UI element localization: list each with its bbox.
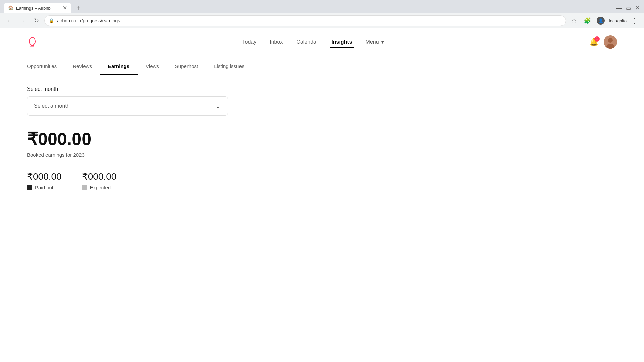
bookmark-button[interactable]: ☆ <box>569 15 579 26</box>
top-nav: Today Inbox Calendar Insights Menu ▼ 🔔 1 <box>0 28 644 55</box>
tab-favicon: 🏠 <box>8 5 13 11</box>
airbnb-logo <box>27 37 38 47</box>
notification-badge: 1 <box>594 36 600 42</box>
total-earnings-amount: ₹000.00 <box>27 129 617 149</box>
subnav-views[interactable]: Views <box>138 58 167 75</box>
month-select-dropdown[interactable]: Select a month ⌄ <box>27 96 228 116</box>
notifications-button[interactable]: 🔔 1 <box>589 38 598 46</box>
new-tab-button[interactable]: + <box>74 3 83 13</box>
lock-icon: 🔒 <box>49 18 54 23</box>
tab-title: Earnings – Airbnb <box>16 6 60 11</box>
subnav-reviews[interactable]: Reviews <box>65 58 100 75</box>
logo[interactable] <box>27 37 38 47</box>
earnings-breakdown: ₹000.00 Paid out ₹000.00 Expected <box>27 171 617 190</box>
subnav-opportunities[interactable]: Opportunities <box>27 58 65 75</box>
browser-actions: ☆ 🧩 👤 Incognito ⋮ <box>569 15 640 26</box>
nav-right: 🔔 1 <box>589 35 617 49</box>
browser-titlebar: 🏠 Earnings – Airbnb ✕ + — ▭ ✕ <box>0 0 644 13</box>
profile-button[interactable]: 👤 <box>595 15 606 26</box>
app: Today Inbox Calendar Insights Menu ▼ 🔔 1 <box>0 28 644 362</box>
extension-button[interactable]: 🧩 <box>582 15 593 26</box>
subnav-earnings[interactable]: Earnings <box>100 58 138 75</box>
reload-button[interactable]: ↻ <box>31 15 42 26</box>
browser-chrome: 🏠 Earnings – Airbnb ✕ + — ▭ ✕ ← → ↻ 🔒 ai… <box>0 0 644 28</box>
nav-inbox[interactable]: Inbox <box>268 36 284 48</box>
window-close[interactable]: ✕ <box>635 4 640 12</box>
paid-out-amount: ₹000.00 <box>27 171 62 182</box>
nav-calendar[interactable]: Calendar <box>295 36 319 48</box>
tab-close-button[interactable]: ✕ <box>63 5 67 11</box>
main-content: Select month Select a month ⌄ ₹000.00 Bo… <box>27 75 617 201</box>
expected-amount: ₹000.00 <box>82 171 117 182</box>
paid-out-legend-box <box>27 185 32 190</box>
window-minimize[interactable]: — <box>616 5 622 12</box>
expected-legend-box <box>82 185 87 190</box>
avatar[interactable] <box>604 35 617 49</box>
back-button[interactable]: ← <box>4 15 15 26</box>
address-bar[interactable]: 🔒 airbnb.co.in/progress/earnings <box>44 15 566 26</box>
incognito-label: Incognito <box>609 18 627 23</box>
sub-nav: Opportunities Reviews Earnings Views Sup… <box>27 58 617 75</box>
expected-label: Expected <box>90 185 111 190</box>
content: Opportunities Reviews Earnings Views Sup… <box>0 58 644 201</box>
nav-today[interactable]: Today <box>240 36 258 48</box>
earnings-subtitle: Booked earnings for 2023 <box>27 152 617 158</box>
address-text: airbnb.co.in/progress/earnings <box>57 18 561 23</box>
paid-out-label-row: Paid out <box>27 185 62 190</box>
month-select-placeholder: Select a month <box>34 103 70 109</box>
expected-label-row: Expected <box>82 185 117 190</box>
nav-insights[interactable]: Insights <box>330 36 353 48</box>
nav-menu[interactable]: Menu ▼ <box>364 36 386 48</box>
subnav-listing-issues[interactable]: Listing issues <box>206 58 252 75</box>
browser-controls: ← → ↻ 🔒 airbnb.co.in/progress/earnings ☆… <box>0 13 644 28</box>
more-options-button[interactable]: ⋮ <box>629 15 640 26</box>
nav-links: Today Inbox Calendar Insights Menu ▼ <box>240 36 386 48</box>
paid-out-label: Paid out <box>35 185 53 190</box>
expected-section: ₹000.00 Expected <box>82 171 117 190</box>
browser-tab[interactable]: 🏠 Earnings – Airbnb ✕ <box>4 3 71 13</box>
nav-menu-label: Menu <box>366 39 379 45</box>
select-month-label: Select month <box>27 86 617 92</box>
svg-point-1 <box>608 38 613 43</box>
window-maximize[interactable]: ▭ <box>626 5 631 11</box>
nav-menu-chevron: ▼ <box>380 39 385 45</box>
subnav-superhost[interactable]: Superhost <box>167 58 206 75</box>
paid-out-section: ₹000.00 Paid out <box>27 171 62 190</box>
chevron-down-icon: ⌄ <box>215 102 221 110</box>
forward-button[interactable]: → <box>17 15 28 26</box>
avatar-image <box>604 35 617 49</box>
